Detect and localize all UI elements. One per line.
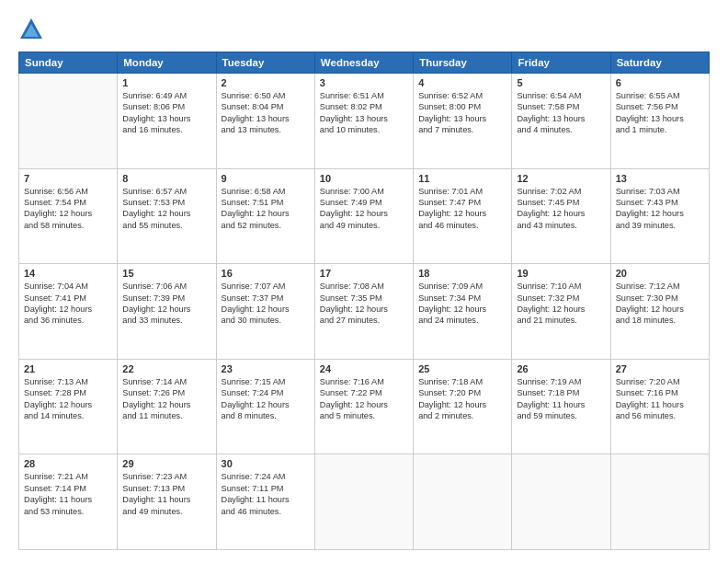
calendar-week-3: 14Sunrise: 7:04 AM Sunset: 7:41 PM Dayli…: [19, 264, 710, 360]
calendar-cell: 11Sunrise: 7:01 AM Sunset: 7:47 PM Dayli…: [414, 168, 512, 264]
day-info: Sunrise: 7:23 AM Sunset: 7:13 PM Dayligh…: [122, 471, 210, 517]
day-info: Sunrise: 7:06 AM Sunset: 7:39 PM Dayligh…: [122, 281, 210, 327]
day-info: Sunrise: 7:10 AM Sunset: 7:32 PM Dayligh…: [517, 281, 605, 327]
weekday-header-saturday: Saturday: [610, 52, 709, 74]
calendar-cell: 8Sunrise: 6:57 AM Sunset: 7:53 PM Daylig…: [118, 168, 216, 264]
day-number: 23: [222, 363, 310, 374]
calendar-cell: 5Sunrise: 6:54 AM Sunset: 7:58 PM Daylig…: [512, 74, 610, 169]
day-number: 28: [24, 458, 112, 469]
calendar-cell: 18Sunrise: 7:09 AM Sunset: 7:34 PM Dayli…: [414, 264, 512, 360]
calendar-cell: 12Sunrise: 7:02 AM Sunset: 7:45 PM Dayli…: [512, 168, 610, 264]
calendar-cell: 19Sunrise: 7:10 AM Sunset: 7:32 PM Dayli…: [512, 264, 610, 360]
weekday-header-friday: Friday: [512, 52, 610, 74]
calendar-cell: 9Sunrise: 6:58 AM Sunset: 7:51 PM Daylig…: [216, 168, 314, 264]
header: [18, 17, 710, 42]
calendar-cell: [512, 454, 610, 550]
day-number: 9: [222, 173, 310, 184]
calendar-cell: 29Sunrise: 7:23 AM Sunset: 7:13 PM Dayli…: [118, 454, 216, 550]
calendar-cell: 6Sunrise: 6:55 AM Sunset: 7:56 PM Daylig…: [610, 74, 709, 169]
day-info: Sunrise: 7:00 AM Sunset: 7:49 PM Dayligh…: [320, 186, 408, 232]
day-info: Sunrise: 7:19 AM Sunset: 7:18 PM Dayligh…: [517, 376, 605, 422]
day-number: 8: [122, 173, 210, 184]
day-info: Sunrise: 7:02 AM Sunset: 7:45 PM Dayligh…: [517, 186, 605, 232]
calendar-cell: 15Sunrise: 7:06 AM Sunset: 7:39 PM Dayli…: [118, 264, 216, 360]
calendar-cell: 4Sunrise: 6:52 AM Sunset: 8:00 PM Daylig…: [414, 74, 512, 169]
day-info: Sunrise: 7:14 AM Sunset: 7:26 PM Dayligh…: [122, 376, 210, 422]
day-info: Sunrise: 6:52 AM Sunset: 8:00 PM Dayligh…: [418, 90, 506, 136]
day-info: Sunrise: 6:50 AM Sunset: 8:04 PM Dayligh…: [222, 90, 310, 136]
day-info: Sunrise: 7:20 AM Sunset: 7:16 PM Dayligh…: [616, 376, 704, 422]
weekday-header-tuesday: Tuesday: [216, 52, 314, 74]
day-info: Sunrise: 7:01 AM Sunset: 7:47 PM Dayligh…: [418, 186, 506, 232]
day-info: Sunrise: 7:03 AM Sunset: 7:43 PM Dayligh…: [616, 186, 704, 232]
calendar-cell: 22Sunrise: 7:14 AM Sunset: 7:26 PM Dayli…: [118, 359, 216, 454]
weekday-header-row: SundayMondayTuesdayWednesdayThursdayFrid…: [19, 52, 710, 74]
day-info: Sunrise: 7:08 AM Sunset: 7:35 PM Dayligh…: [320, 281, 408, 327]
day-number: 4: [418, 77, 506, 88]
day-number: 29: [122, 458, 210, 469]
day-number: 2: [222, 77, 310, 88]
calendar-cell: 27Sunrise: 7:20 AM Sunset: 7:16 PM Dayli…: [610, 359, 709, 454]
day-number: 7: [24, 173, 112, 184]
day-info: Sunrise: 6:51 AM Sunset: 8:02 PM Dayligh…: [320, 90, 408, 136]
calendar-cell: 2Sunrise: 6:50 AM Sunset: 8:04 PM Daylig…: [216, 74, 314, 169]
calendar-cell: [314, 454, 413, 550]
day-info: Sunrise: 6:49 AM Sunset: 8:06 PM Dayligh…: [122, 90, 210, 136]
calendar-week-2: 7Sunrise: 6:56 AM Sunset: 7:54 PM Daylig…: [19, 168, 710, 264]
day-number: 11: [418, 173, 506, 184]
calendar-cell: 20Sunrise: 7:12 AM Sunset: 7:30 PM Dayli…: [610, 264, 709, 360]
calendar-cell: 28Sunrise: 7:21 AM Sunset: 7:14 PM Dayli…: [19, 454, 118, 550]
day-number: 1: [122, 77, 210, 88]
day-number: 25: [418, 363, 506, 374]
day-number: 26: [517, 363, 605, 374]
calendar-cell: [610, 454, 709, 550]
day-number: 22: [122, 363, 210, 374]
calendar-cell: 24Sunrise: 7:16 AM Sunset: 7:22 PM Dayli…: [314, 359, 413, 454]
day-number: 13: [616, 173, 704, 184]
calendar-cell: 16Sunrise: 7:07 AM Sunset: 7:37 PM Dayli…: [216, 264, 314, 360]
calendar-cell: 17Sunrise: 7:08 AM Sunset: 7:35 PM Dayli…: [314, 264, 413, 360]
calendar-week-1: 1Sunrise: 6:49 AM Sunset: 8:06 PM Daylig…: [19, 74, 710, 169]
day-info: Sunrise: 7:18 AM Sunset: 7:20 PM Dayligh…: [418, 376, 506, 422]
calendar-cell: 23Sunrise: 7:15 AM Sunset: 7:24 PM Dayli…: [216, 359, 314, 454]
calendar-cell: 7Sunrise: 6:56 AM Sunset: 7:54 PM Daylig…: [19, 168, 118, 264]
day-number: 5: [517, 77, 605, 88]
calendar-cell: 30Sunrise: 7:24 AM Sunset: 7:11 PM Dayli…: [216, 454, 314, 550]
day-info: Sunrise: 7:21 AM Sunset: 7:14 PM Dayligh…: [24, 471, 112, 517]
day-info: Sunrise: 6:57 AM Sunset: 7:53 PM Dayligh…: [122, 186, 210, 232]
day-number: 14: [24, 268, 112, 279]
calendar-cell: 25Sunrise: 7:18 AM Sunset: 7:20 PM Dayli…: [414, 359, 512, 454]
day-number: 24: [320, 363, 408, 374]
day-number: 10: [320, 173, 408, 184]
day-info: Sunrise: 7:15 AM Sunset: 7:24 PM Dayligh…: [222, 376, 310, 422]
calendar-cell: 13Sunrise: 7:03 AM Sunset: 7:43 PM Dayli…: [610, 168, 709, 264]
calendar-week-4: 21Sunrise: 7:13 AM Sunset: 7:28 PM Dayli…: [19, 359, 710, 454]
day-number: 21: [24, 363, 112, 374]
day-info: Sunrise: 7:16 AM Sunset: 7:22 PM Dayligh…: [320, 376, 408, 422]
day-info: Sunrise: 7:07 AM Sunset: 7:37 PM Dayligh…: [222, 281, 310, 327]
day-number: 12: [517, 173, 605, 184]
day-number: 6: [616, 77, 704, 88]
day-number: 27: [616, 363, 704, 374]
calendar-table: SundayMondayTuesdayWednesdayThursdayFrid…: [18, 52, 710, 550]
day-number: 19: [517, 268, 605, 279]
day-number: 16: [222, 268, 310, 279]
weekday-header-wednesday: Wednesday: [314, 52, 413, 74]
logo-icon: [18, 17, 44, 42]
logo: [18, 17, 47, 42]
day-number: 3: [320, 77, 408, 88]
calendar-cell: [19, 74, 118, 169]
calendar-cell: 3Sunrise: 6:51 AM Sunset: 8:02 PM Daylig…: [314, 74, 413, 169]
day-info: Sunrise: 6:55 AM Sunset: 7:56 PM Dayligh…: [616, 90, 704, 136]
weekday-header-sunday: Sunday: [19, 52, 118, 74]
day-info: Sunrise: 6:54 AM Sunset: 7:58 PM Dayligh…: [517, 90, 605, 136]
day-number: 18: [418, 268, 506, 279]
calendar-cell: 1Sunrise: 6:49 AM Sunset: 8:06 PM Daylig…: [118, 74, 216, 169]
day-number: 15: [122, 268, 210, 279]
weekday-header-thursday: Thursday: [414, 52, 512, 74]
calendar-cell: 21Sunrise: 7:13 AM Sunset: 7:28 PM Dayli…: [19, 359, 118, 454]
day-info: Sunrise: 7:09 AM Sunset: 7:34 PM Dayligh…: [418, 281, 506, 327]
day-info: Sunrise: 7:13 AM Sunset: 7:28 PM Dayligh…: [24, 376, 112, 422]
calendar-cell: 26Sunrise: 7:19 AM Sunset: 7:18 PM Dayli…: [512, 359, 610, 454]
day-info: Sunrise: 6:56 AM Sunset: 7:54 PM Dayligh…: [24, 186, 112, 232]
